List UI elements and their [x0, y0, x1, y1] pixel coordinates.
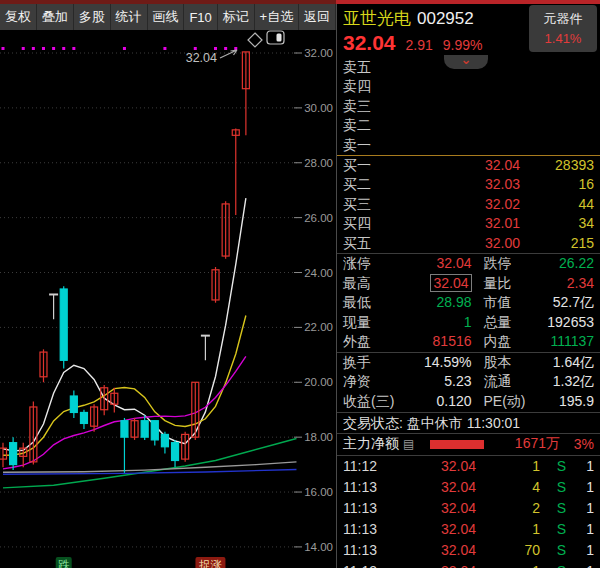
stats-block-1: 涨停32.04跌停26.22最高32.04量比2.34最低28.98市值52.7…	[337, 254, 600, 352]
long-ma-green	[3, 439, 296, 488]
main-flow-pct: 3%	[560, 436, 594, 452]
stats-block-2: 换手14.59%股本1.64亿净资5.23流通1.32亿收益(三)0.120PE…	[337, 353, 600, 412]
kline-chart[interactable]: 32.0030.0028.0026.0024.0022.0020.0018.00…	[0, 30, 336, 568]
buy-level-row[interactable]: 买二32.0316	[337, 175, 600, 194]
stock-code: 002952	[417, 9, 474, 28]
toolbar-button-5[interactable]: 画线	[148, 4, 185, 30]
price-change-pct: 9.99%	[443, 37, 483, 53]
svg-text:24.00: 24.00	[304, 267, 333, 279]
price-change: 2.91	[406, 37, 433, 53]
stat-row: 换手14.59%股本1.64亿	[337, 353, 600, 373]
toolbar-button-1[interactable]: 复权	[0, 4, 37, 30]
tick-row: 11:1332.041S1	[337, 561, 600, 568]
buy-level-row[interactable]: 买五32.00215	[337, 234, 600, 253]
toolbar-button-8[interactable]: +自选	[255, 4, 299, 30]
toolbar-button-7[interactable]: 标记	[218, 4, 255, 30]
tick-trade-list: 11:1232.041S111:1332.044S111:1332.042S11…	[337, 456, 600, 568]
svg-text:32.00: 32.00	[304, 47, 333, 59]
chevron-down-icon: ⌄	[461, 52, 472, 67]
tick-row: 11:1232.041S1	[337, 456, 600, 477]
buy-level-row[interactable]: 买一32.0428393	[337, 156, 600, 175]
stat-row: 最低28.98市值52.7亿	[337, 293, 600, 313]
sell-level-row[interactable]: 卖三	[337, 97, 600, 116]
sector-name: 元器件	[529, 9, 597, 29]
limit-up-dots	[2, 47, 238, 50]
main-flow-bar	[430, 440, 484, 449]
toolbar-button-3[interactable]: 多股	[74, 4, 111, 30]
svg-text:16.00: 16.00	[304, 486, 333, 498]
order-book-buys: 买一32.0428393买二32.0316买三32.0244买四32.0134买…	[337, 156, 600, 253]
diamond-marker-icon[interactable]	[248, 33, 262, 47]
svg-text:20.00: 20.00	[304, 376, 333, 388]
sell-level-row[interactable]: 卖四	[337, 77, 600, 96]
toolbar-button-9[interactable]: 返回	[299, 4, 336, 30]
sector-badge[interactable]: 元器件 1.41%	[529, 5, 597, 52]
stat-row: 现量1总量192653	[337, 313, 600, 333]
buy-level-row[interactable]: 买三32.0244	[337, 195, 600, 214]
collapse-panel-tab[interactable]: ⌄	[444, 55, 488, 69]
quote-header: 亚世光电002952 32.042.919.99% 元器件 1.41%	[337, 4, 600, 58]
last-price: 32.04	[343, 31, 396, 54]
quote-panel: 亚世光电002952 32.042.919.99% 元器件 1.41% 卖五卖四…	[336, 4, 600, 568]
sell-level-row[interactable]: 卖一	[337, 136, 600, 155]
tick-row: 11:1332.041S1	[337, 519, 600, 540]
svg-text:30.00: 30.00	[304, 102, 333, 114]
toolbar: 复权叠加多股统计画线F10标记+自选返回	[0, 4, 336, 30]
stat-row: 外盘81516内盘111137	[337, 332, 600, 352]
sector-change-pct: 1.41%	[529, 29, 597, 49]
buy-level-row[interactable]: 买四32.0134	[337, 214, 600, 233]
svg-text:14.00: 14.00	[304, 541, 333, 553]
svg-text:捉涨: 捉涨	[199, 559, 223, 568]
svg-text:32.04: 32.04	[186, 51, 217, 65]
tick-row: 11:1332.044S1	[337, 477, 600, 498]
main-capital-flow-row[interactable]: 主力净额 ▤ 1671万 3%	[337, 434, 600, 455]
stat-row: 最高32.04量比2.34	[337, 274, 600, 294]
toolbar-button-2[interactable]: 叠加	[37, 4, 74, 30]
stat-row: 收益(三)0.120PE(动)195.9	[337, 392, 600, 412]
svg-text:22.00: 22.00	[304, 321, 333, 333]
grid-layer: 32.0030.0028.0026.0024.0022.0020.0018.00…	[0, 47, 333, 553]
trading-status: 交易状态: 盘中休市 11:30:01	[337, 413, 600, 433]
stock-app-window: 复权叠加多股统计画线F10标记+自选返回 32.0030.0028.0026.0…	[0, 0, 600, 568]
event-badge-up: 捉涨	[195, 557, 225, 568]
svg-text:跌: 跌	[58, 559, 70, 568]
stock-name: 亚世光电	[343, 9, 411, 28]
main-flow-value: 1671万	[515, 435, 560, 453]
event-badge-down: 跌	[56, 557, 72, 568]
sell-level-row[interactable]: 卖二	[337, 116, 600, 135]
long-ma-lines	[3, 439, 296, 488]
tick-row: 11:1332.0470S1	[337, 540, 600, 561]
svg-text:26.00: 26.00	[304, 212, 333, 224]
stat-row: 净资5.23流通1.32亿	[337, 372, 600, 392]
svg-text:28.00: 28.00	[304, 157, 333, 169]
order-book-sells: 卖五卖四卖三卖二卖一	[337, 58, 600, 155]
tick-row: 11:1332.042S1	[337, 498, 600, 519]
svg-text:18.00: 18.00	[304, 431, 333, 443]
list-detail-icon[interactable]: ▤	[403, 437, 414, 451]
main-flow-label: 主力净额	[343, 435, 399, 453]
toolbar-button-6[interactable]: F10	[184, 4, 217, 30]
toolbar-button-4[interactable]: 统计	[111, 4, 148, 30]
price-annotation: 32.04	[186, 50, 237, 65]
stat-row: 涨停32.04跌停26.22	[337, 254, 600, 274]
panel-toggle-icon[interactable]	[267, 31, 284, 44]
